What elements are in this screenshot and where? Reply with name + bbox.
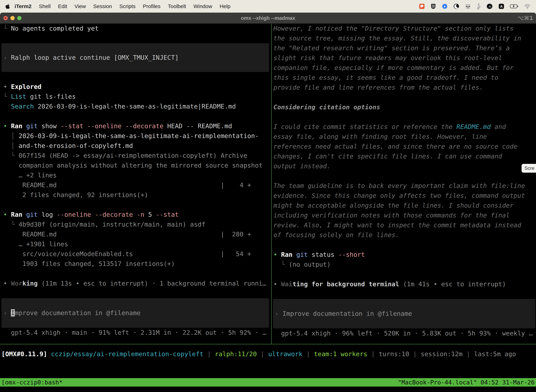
menu-item-window[interactable]: Window [193,3,212,9]
menu-item-iterm2[interactable]: iTerm2 [14,3,31,9]
terminal-line: 1903 files changed, 513517 insertions(+) [0,259,271,269]
terminal-text: … +1901 lines [3,240,68,248]
terminal-text: Ralph loop active continue [OMX_TMUX_INJ… [11,54,179,61]
terminal-text [121,122,125,130]
terminal-text: cczip/essay/ai-reimplementation-copyleft [51,350,203,358]
terminal-text: review. Also, I might want to inspect th… [273,221,521,229]
grid-shield-icon[interactable] [431,3,436,9]
terminal-text: › [3,54,11,61]
terminal-text [22,122,26,130]
menu-items: iTerm2ShellEditViewSessionScriptsProfile… [11,3,230,9]
terminal-text: gpt-5.4 xhigh · main · 91% left · 2.31M … [3,329,266,336]
prompt-input[interactable]: › Improve documentation in @filename [1,298,269,328]
terminal-text: changes, I can't cite specific file line… [273,153,502,160]
ran-git-show-command: • Ran git show --stat --oneline --decora… [0,121,271,131]
terminal-text: status [308,251,338,258]
tmux-pane-divider-vertical[interactable] [271,23,272,344]
terminal-text: 067f154 (HEAD -> essay/ai-reimplementati… [19,152,247,159]
chat-app-icon[interactable] [419,3,425,9]
terminal-text: team:1 workers [314,350,367,358]
terminal-text: --decorate [125,122,163,130]
terminal-text: Considering citation options [273,103,380,111]
terminal-text: last:5m ago [474,350,516,358]
terminal-text: HEAD [163,122,186,130]
explored-header: • Explored [0,82,271,92]
model-status-line: gpt-5.4 xhigh · 96% left · 520K in · 5.8… [273,328,536,338]
menu-item-session[interactable]: Session [93,3,112,9]
tmux-host-clock: "MacBook-Pro-44.local" 04:52 31-Mar-26 [398,378,535,387]
terminal-line: companion analysis without altering the … [0,160,271,170]
terminal-text: README.md | 4 + [3,182,251,189]
terminal-line: review. Also, I might want to inspect th… [273,220,536,230]
terminal-text: Wai [281,280,292,288]
terminal-text: Wor [11,280,22,287]
prompt-input[interactable]: › Improve documentation in @filename [273,299,535,328]
terminal-pane-right[interactable]: However, I noticed the "Directory Struct… [273,23,536,338]
screen-overlay-tooltip[interactable]: Scre [522,164,536,173]
terminal-line: › Ralph loop active continue [OMX_TMUX_I… [1,53,269,62]
terminal-text: README.md [194,122,232,130]
ran-git-log-command: • Ran git log --oneline --decorate -n 5 … [0,210,271,219]
terminal-text: • [3,83,11,90]
terminal-line: │ 2026-03-09-is-legal-the-same-as-legiti… [0,131,271,141]
terminal-text: ralph:11/20 [215,350,257,358]
terminal-line: src/voice/voiceModeEnabled.ts | 54 + [0,249,271,259]
wifi-icon[interactable] [524,4,531,9]
menu-item-profiles[interactable]: Profiles [143,3,160,9]
terminal-text: No agents completed yet [11,25,99,32]
circle-61-icon[interactable]: ..61 [486,3,493,9]
terminal-pane-left[interactable]: └ No agents completed yet› Ralph loop ac… [0,23,271,338]
model-status-line: gpt-5.4 xhigh · main · 91% left · 2.31M … [0,328,271,338]
macos-menu-bar: iTerm2ShellEditViewSessionScriptsProfile… [0,0,536,13]
battery-charging-icon[interactable] [510,4,518,9]
blue-badge-icon[interactable] [442,3,448,9]
terminal-line: this single essay, it seems like a good … [273,73,536,83]
terminal-text: git [296,251,308,258]
ralph-loop-banner: › Ralph loop active continue [OMX_TMUX_I… [1,43,269,72]
terminal-text: companion file, especially if more comme… [273,64,513,71]
terminal-text: README.md [456,123,491,130]
terminal-text: and [491,123,506,130]
terminal-text: this single essay, it seems like a good … [273,74,498,81]
terminal-text: List [11,93,26,100]
terminal-line: However, I noticed the "Directory Struct… [273,23,536,33]
terminal-text: --stat [156,211,179,218]
apple-menu-icon[interactable] [5,4,10,9]
terminal-text: ultrawork [268,350,302,358]
terminal-text: I [11,309,15,317]
terminal-text: --oneline [87,122,121,130]
menu-item-toolbelt[interactable]: Toolbelt [168,3,186,9]
tmux-status-bar: [omx-cczip0:bash* "MacBook-Pro-44.local"… [0,378,536,387]
moon-circle-icon[interactable] [453,3,459,9]
terminal-line [273,240,536,250]
terminal-text: --stat [61,122,83,130]
terminal-text: Explored [11,83,41,90]
tmux-pane-divider-horizontal [0,344,536,344]
terminal-text: | [367,350,379,358]
terminal-line: essay file, along with finding root file… [273,132,536,142]
agents-status-line: └ No agents completed yet [0,23,271,33]
menu-item-view[interactable]: View [75,3,86,9]
svg-text:A: A [500,5,502,8]
terminal-text: essay file, along with finding root file… [273,133,487,140]
thinking-heading: Considering citation options [273,102,536,112]
keyboard-a-icon[interactable]: A [498,3,504,9]
dots-grid-icon[interactable] [465,3,471,9]
terminal-text: gpt-5.4 xhigh · 96% left · 520K in · 5.8… [273,330,533,337]
terminal-line: README.md | 4 + [0,180,271,190]
terminal-line: provide file and line references from th… [273,83,536,92]
menu-item-help[interactable]: Help [220,3,230,9]
terminal-text: 1903 files changed, 513517 insertions(+) [3,260,175,267]
menu-item-shell[interactable]: Shell [39,3,51,9]
svg-text:..61: ..61 [488,5,492,8]
terminal-text: 2026-03-09-is-legal-the-same-as-legitima… [34,103,236,110]
menu-item-scripts[interactable]: Scripts [120,3,136,9]
menu-item-edit[interactable]: Edit [58,3,67,9]
terminal-line: › Improve documentation in @filename [1,308,269,318]
terminal-text: references need actual files, and since … [273,143,517,150]
terminal-text: └ [3,93,11,100]
terminal-text: git ls-files [26,93,76,100]
terminal-line [0,269,271,279]
terminal-text: might be acceptable alongside the file l… [273,202,513,209]
squiggle-icon[interactable] [477,3,481,9]
